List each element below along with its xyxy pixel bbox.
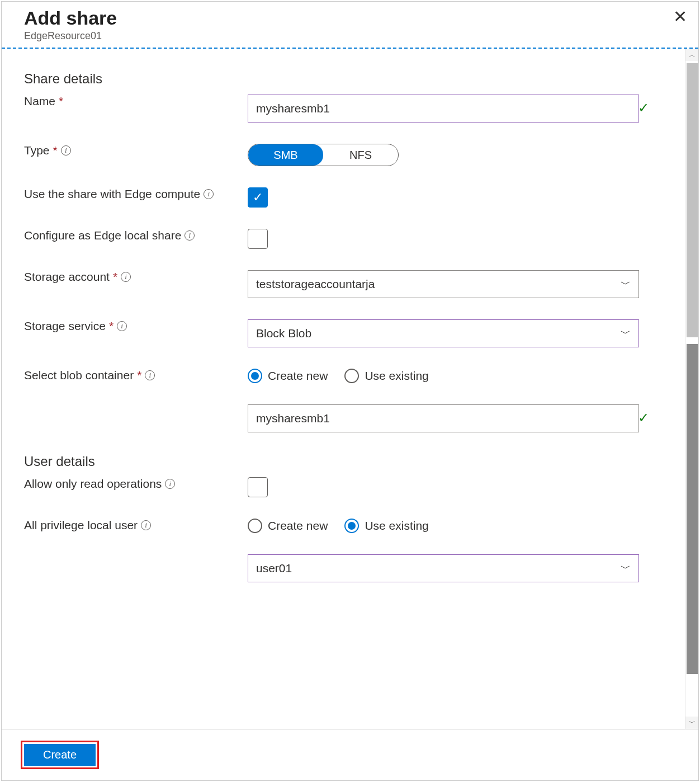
- user-create-new-radio[interactable]: Create new: [248, 519, 328, 533]
- storage-service-select[interactable]: Block Blob ﹀: [248, 319, 639, 347]
- config-edge-local-label: Configure as Edge local share i: [24, 229, 248, 242]
- config-edge-local-checkbox[interactable]: [248, 229, 268, 249]
- type-nfs[interactable]: NFS: [323, 144, 398, 166]
- blob-container-input[interactable]: [248, 404, 639, 432]
- user-select[interactable]: user01 ﹀: [248, 554, 639, 582]
- info-icon[interactable]: i: [185, 230, 195, 241]
- info-icon[interactable]: i: [165, 479, 175, 489]
- use-edge-label: Use the share with Edge compute i: [24, 187, 248, 201]
- user-details-heading: User details: [24, 454, 659, 469]
- blob-use-existing-radio[interactable]: Use existing: [344, 369, 428, 383]
- type-toggle[interactable]: SMB NFS: [248, 144, 399, 166]
- info-icon[interactable]: i: [204, 189, 214, 199]
- create-button[interactable]: Create: [24, 744, 96, 766]
- scroll-down-icon[interactable]: ﹀: [685, 717, 698, 729]
- storage-account-select[interactable]: teststorageaccountarja ﹀: [248, 270, 639, 298]
- select-blob-label: Select blob container * i: [24, 369, 248, 382]
- scroll-up-icon[interactable]: ︿: [685, 49, 698, 61]
- allow-read-label: Allow only read operations i: [24, 477, 248, 491]
- chevron-down-icon: ﹀: [621, 277, 631, 291]
- all-priv-user-label: All privilege local user i: [24, 519, 248, 532]
- chevron-down-icon: ﹀: [621, 562, 631, 575]
- allow-read-checkbox[interactable]: [248, 477, 268, 497]
- use-edge-checkbox[interactable]: ✓: [248, 187, 268, 208]
- panel-subtitle: EdgeResource01: [24, 30, 676, 42]
- user-use-existing-radio[interactable]: Use existing: [344, 519, 428, 533]
- close-icon[interactable]: ✕: [673, 8, 687, 25]
- info-icon[interactable]: i: [117, 321, 127, 331]
- share-details-heading: Share details: [24, 71, 659, 87]
- info-icon[interactable]: i: [121, 272, 131, 282]
- blob-create-new-radio[interactable]: Create new: [248, 369, 328, 383]
- chevron-down-icon: ﹀: [621, 327, 631, 340]
- name-label: Name *: [24, 95, 248, 108]
- storage-service-label: Storage service * i: [24, 319, 248, 333]
- scrollbar[interactable]: ︿ ﹀: [685, 49, 698, 729]
- info-icon[interactable]: i: [141, 520, 151, 530]
- type-smb[interactable]: SMB: [248, 144, 323, 166]
- panel-title: Add share: [24, 7, 676, 29]
- name-input[interactable]: [248, 95, 639, 123]
- scrollbar-thumb[interactable]: [687, 63, 698, 337]
- info-icon[interactable]: i: [145, 370, 155, 380]
- storage-account-label: Storage account * i: [24, 270, 248, 284]
- info-icon[interactable]: i: [61, 145, 71, 156]
- scrollbar-thumb[interactable]: [687, 344, 698, 674]
- type-label: Type * i: [24, 144, 248, 157]
